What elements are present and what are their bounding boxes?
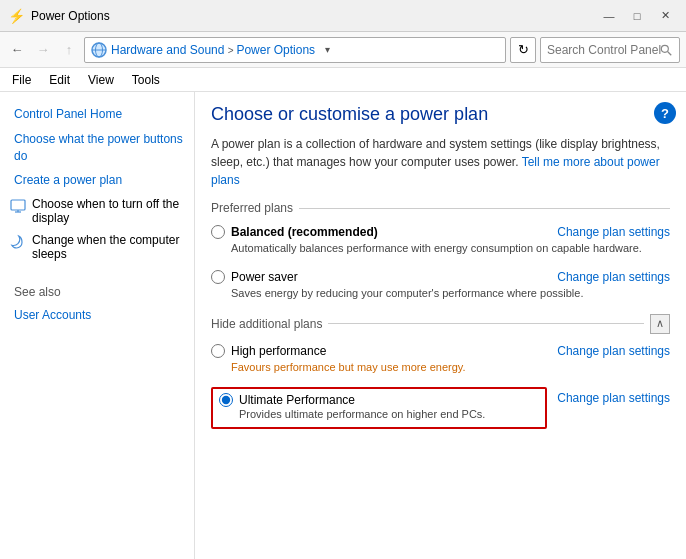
hide-plans-header: Hide additional plans ∧: [211, 314, 670, 334]
plan-ultimate-change-link[interactable]: Change plan settings: [557, 391, 670, 405]
plan-item-power-saver: Power saver Change plan settings Saves e…: [211, 268, 670, 303]
plan-item-balanced: Balanced (recommended) Change plan setti…: [211, 223, 670, 258]
menu-edit[interactable]: Edit: [41, 71, 78, 89]
power-buttons-link[interactable]: Choose what the power buttons do: [14, 132, 183, 163]
plan-balanced-label[interactable]: Balanced (recommended): [211, 225, 378, 239]
plan-high-performance-name: High performance: [231, 344, 326, 358]
plan-power-saver-label[interactable]: Power saver: [211, 270, 298, 284]
preferred-plans-label: Preferred plans: [211, 201, 293, 215]
menu-tools[interactable]: Tools: [124, 71, 168, 89]
menu-file[interactable]: File: [4, 71, 39, 89]
address-path: Hardware and Sound > Power Options ▾: [84, 37, 506, 63]
plan-ultimate-desc: Provides ultimate performance on higher …: [239, 407, 539, 422]
close-button[interactable]: ✕: [652, 6, 678, 26]
refresh-button[interactable]: ↻: [510, 37, 536, 63]
minimize-button[interactable]: —: [596, 6, 622, 26]
sidebar-item-turn-off-display[interactable]: Choose when to turn off the display: [0, 193, 194, 229]
title-bar-left: ⚡ Power Options: [8, 8, 110, 24]
address-chevron-icon[interactable]: ▾: [319, 37, 335, 63]
plan-ultimate-name: Ultimate Performance: [239, 393, 355, 407]
plan-item-ultimate-performance: Ultimate Performance Provides ultimate p…: [211, 387, 670, 438]
plan-power-saver-radio[interactable]: [211, 270, 225, 284]
up-button[interactable]: ↑: [58, 39, 80, 61]
plan-balanced-name: Balanced (recommended): [231, 225, 378, 239]
address-bar: ← → ↑ Hardware and Sound > Power Options…: [0, 32, 686, 68]
plan-ultimate-border: Ultimate Performance Provides ultimate p…: [211, 387, 547, 428]
sidebar-item-power-buttons[interactable]: Choose what the power buttons do: [0, 127, 194, 169]
monitor-icon: [10, 198, 26, 214]
forward-button: →: [32, 39, 54, 61]
globe-icon: [91, 42, 107, 58]
plan-power-saver-desc: Saves energy by reducing your computer's…: [231, 286, 670, 301]
plan-power-saver-header: Power saver Change plan settings: [211, 270, 670, 284]
preferred-plans-divider: [299, 208, 670, 209]
plan-high-performance-change-link[interactable]: Change plan settings: [557, 344, 670, 358]
user-accounts-link[interactable]: User Accounts: [14, 308, 91, 322]
content-title: Choose or customise a power plan: [211, 104, 670, 125]
plan-high-performance-header: High performance Change plan settings: [211, 344, 670, 358]
plan-high-performance-desc: Favours performance but may use more ene…: [231, 360, 670, 375]
menu-bar: File Edit View Tools: [0, 68, 686, 92]
breadcrumb-part2[interactable]: Power Options: [236, 43, 315, 57]
plan-balanced-desc: Automatically balances performance with …: [231, 241, 670, 256]
computer-sleeps-link[interactable]: Change when the computer sleeps: [32, 233, 184, 261]
preferred-plans-header: Preferred plans: [211, 201, 670, 215]
hide-plans-label: Hide additional plans: [211, 317, 322, 331]
plan-power-saver-name: Power saver: [231, 270, 298, 284]
sidebar: Control Panel Home Choose what the power…: [0, 92, 195, 559]
plan-item-high-performance: High performance Change plan settings Fa…: [211, 342, 670, 377]
sidebar-item-computer-sleeps[interactable]: Change when the computer sleeps: [0, 229, 194, 265]
breadcrumb: Hardware and Sound > Power Options: [111, 43, 315, 57]
moon-icon: [10, 234, 26, 250]
plan-high-performance-label[interactable]: High performance: [211, 344, 326, 358]
help-button[interactable]: ?: [654, 102, 676, 124]
title-bar: ⚡ Power Options — □ ✕: [0, 0, 686, 32]
turn-off-display-link[interactable]: Choose when to turn off the display: [32, 197, 184, 225]
control-panel-home-link[interactable]: Control Panel Home: [14, 107, 122, 121]
search-input[interactable]: [540, 37, 680, 63]
plan-balanced-header: Balanced (recommended) Change plan setti…: [211, 225, 670, 239]
plan-high-performance-radio[interactable]: [211, 344, 225, 358]
create-plan-link[interactable]: Create a power plan: [14, 173, 122, 187]
menu-view[interactable]: View: [80, 71, 122, 89]
title-bar-controls: — □ ✕: [596, 6, 678, 26]
plan-balanced-change-link[interactable]: Change plan settings: [557, 225, 670, 239]
hide-plans-divider: [328, 323, 644, 324]
plan-balanced-radio[interactable]: [211, 225, 225, 239]
plan-ultimate-label[interactable]: Ultimate Performance: [219, 393, 539, 407]
app-icon: ⚡: [8, 8, 25, 24]
plan-power-saver-change-link[interactable]: Change plan settings: [557, 270, 670, 284]
window-title: Power Options: [31, 9, 110, 23]
sidebar-item-user-accounts[interactable]: User Accounts: [0, 303, 194, 328]
content-description: A power plan is a collection of hardware…: [211, 135, 670, 189]
breadcrumb-part1[interactable]: Hardware and Sound: [111, 43, 224, 57]
back-button[interactable]: ←: [6, 39, 28, 61]
collapse-plans-button[interactable]: ∧: [650, 314, 670, 334]
maximize-button[interactable]: □: [624, 6, 650, 26]
sidebar-item-create-plan[interactable]: Create a power plan: [0, 168, 194, 193]
content-area: ? Choose or customise a power plan A pow…: [195, 92, 686, 559]
see-also-label: See also: [0, 281, 194, 303]
svg-rect-3: [11, 200, 25, 210]
plan-ultimate-radio[interactable]: [219, 393, 233, 407]
main-container: Control Panel Home Choose what the power…: [0, 92, 686, 559]
sidebar-item-control-panel-home[interactable]: Control Panel Home: [0, 102, 194, 127]
